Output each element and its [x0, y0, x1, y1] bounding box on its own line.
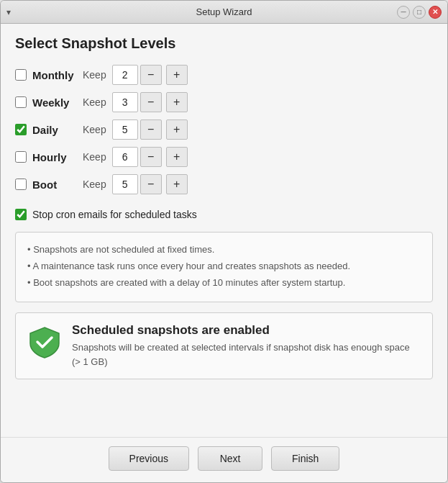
boot-keep-label: Keep: [83, 179, 106, 190]
snapshot-row-weekly: WeeklyKeep3−+: [15, 92, 433, 112]
boot-increment-button[interactable]: +: [166, 174, 188, 194]
snapshot-rows: MonthlyKeep2−+WeeklyKeep3−+DailyKeep5−+H…: [15, 65, 433, 202]
daily-checkbox[interactable]: [15, 124, 27, 135]
hourly-increment-button[interactable]: +: [166, 147, 188, 167]
boot-stepper: 5−+: [112, 174, 190, 194]
monthly-value: 2: [112, 65, 138, 85]
monthly-stepper: 2−+: [112, 65, 190, 85]
next-button[interactable]: Next: [198, 446, 262, 471]
snapshot-row-daily: DailyKeep5−+: [15, 119, 433, 140]
daily-label: Daily: [32, 124, 83, 136]
hourly-keep-label: Keep: [83, 151, 106, 163]
weekly-checkbox[interactable]: [15, 96, 27, 108]
window-title: Setup Wizard: [196, 6, 252, 17]
main-window: ▾ Setup Wizard ─ □ ✕ Select Snapshot Lev…: [0, 0, 448, 483]
previous-button[interactable]: Previous: [109, 446, 189, 471]
status-box: Scheduled snapshots are enabled Snapshot…: [15, 312, 433, 379]
titlebar: ▾ Setup Wizard ─ □ ✕: [1, 1, 447, 24]
daily-value: 5: [112, 119, 138, 140]
close-button[interactable]: ✕: [429, 6, 442, 19]
hourly-stepper: 6−+: [112, 147, 190, 167]
page-title: Select Snapshot Levels: [15, 35, 433, 52]
boot-value: 5: [112, 174, 138, 194]
monthly-increment-button[interactable]: +: [166, 65, 188, 85]
info-line: • Boot snapshots are created with a dela…: [27, 276, 421, 291]
info-box: • Snapshots are not scheduled at fixed t…: [15, 232, 433, 302]
hourly-checkbox[interactable]: [15, 151, 27, 163]
maximize-button[interactable]: □: [413, 6, 426, 19]
content-area: Select Snapshot Levels MonthlyKeep2−+Wee…: [1, 24, 447, 437]
boot-decrement-button[interactable]: −: [140, 174, 162, 194]
daily-stepper: 5−+: [112, 119, 190, 140]
snapshot-row-boot: BootKeep5−+: [15, 174, 433, 194]
weekly-decrement-button[interactable]: −: [140, 92, 162, 112]
daily-increment-button[interactable]: +: [166, 119, 188, 140]
monthly-keep-label: Keep: [83, 69, 106, 81]
hourly-value: 6: [112, 147, 138, 167]
hourly-label: Hourly: [32, 151, 83, 163]
cron-checkbox[interactable]: [15, 209, 27, 220]
weekly-keep-label: Keep: [83, 96, 106, 108]
monthly-label: Monthly: [32, 69, 83, 81]
status-description: Snapshots will be created at selected in…: [72, 340, 421, 369]
snapshot-row-hourly: HourlyKeep6−+: [15, 147, 433, 167]
weekly-label: Weekly: [32, 96, 83, 109]
hourly-decrement-button[interactable]: −: [140, 147, 162, 167]
status-title: Scheduled snapshots are enabled: [72, 323, 421, 338]
weekly-increment-button[interactable]: +: [166, 92, 188, 112]
boot-label: Boot: [32, 179, 83, 191]
monthly-decrement-button[interactable]: −: [140, 65, 162, 85]
weekly-value: 3: [112, 92, 138, 112]
minimize-button[interactable]: ─: [397, 6, 410, 19]
shield-icon: [27, 325, 62, 359]
window-controls: ─ □ ✕: [397, 6, 442, 19]
cron-label: Stop cron emails for scheduled tasks: [32, 209, 197, 220]
daily-decrement-button[interactable]: −: [140, 119, 162, 140]
snapshot-row-monthly: MonthlyKeep2−+: [15, 65, 433, 85]
chevron-icon: ▾: [6, 7, 11, 17]
footer: Previous Next Finish: [1, 437, 447, 482]
finish-button[interactable]: Finish: [271, 446, 339, 471]
info-line: • Snapshots are not scheduled at fixed t…: [27, 243, 421, 258]
boot-checkbox[interactable]: [15, 179, 27, 190]
daily-keep-label: Keep: [83, 124, 106, 135]
status-text: Scheduled snapshots are enabled Snapshot…: [72, 323, 421, 369]
monthly-checkbox[interactable]: [15, 69, 27, 81]
cron-row: Stop cron emails for scheduled tasks: [15, 209, 433, 220]
weekly-stepper: 3−+: [112, 92, 190, 112]
info-line: • A maintenance task runs once every hou…: [27, 259, 421, 274]
